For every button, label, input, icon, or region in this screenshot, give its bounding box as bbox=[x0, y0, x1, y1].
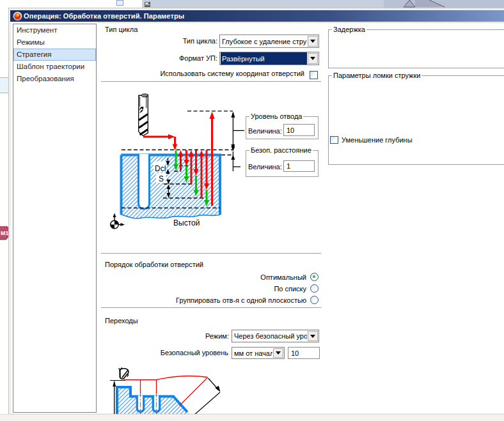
svg-text:Dcl: Dcl bbox=[155, 164, 166, 173]
svg-text:S: S bbox=[159, 174, 164, 183]
svg-text:Выстой: Выстой bbox=[173, 218, 200, 227]
svg-text:M1: M1 bbox=[1, 230, 9, 236]
